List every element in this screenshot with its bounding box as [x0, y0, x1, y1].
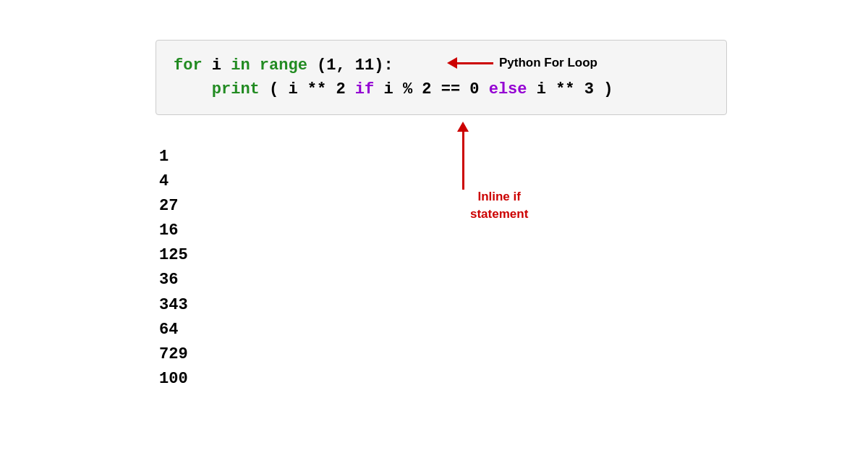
- op-pow2: **: [556, 80, 584, 98]
- arrow-up-line: [462, 132, 464, 190]
- inline-if-arrow: [457, 122, 469, 190]
- var-i: i: [212, 56, 231, 75]
- output-2: 4: [159, 169, 188, 194]
- num-0: 0: [469, 80, 479, 98]
- keyword-else: else: [489, 80, 537, 98]
- op-pow1: **: [307, 80, 336, 98]
- code-line-2: print ( i ** 2 if i % 2 == 0 else i ** 3…: [174, 77, 709, 101]
- keyword-in: in: [231, 56, 250, 75]
- keyword-range: range: [260, 56, 307, 75]
- paren-open: (1, 11):: [317, 56, 393, 75]
- main-container: for i in range (1, 11): print ( i ** 2 i…: [0, 0, 868, 456]
- var-i3: i: [383, 80, 393, 98]
- arrow-left: [447, 57, 493, 69]
- output-10: 100: [159, 367, 188, 392]
- op-mod: %: [403, 80, 422, 98]
- output-5: 125: [159, 243, 188, 268]
- output-section: 1 4 27 16 125 36 343 64 729 100: [159, 145, 188, 392]
- paren-close: ): [603, 80, 613, 98]
- num-3: 3: [584, 80, 594, 98]
- arrow-left-head: [447, 57, 457, 69]
- keyword-if: if: [355, 80, 384, 98]
- var-i4: i: [537, 80, 546, 98]
- arrow-left-line: [457, 62, 493, 64]
- for-loop-label: Python For Loop: [499, 56, 597, 70]
- paren-open2: (: [269, 80, 278, 98]
- for-loop-annotation: Python For Loop: [447, 56, 597, 70]
- op-eq: ==: [441, 80, 470, 98]
- keyword-print: print: [174, 80, 260, 98]
- output-9: 729: [159, 342, 188, 367]
- code-box: for i in range (1, 11): print ( i ** 2 i…: [156, 40, 727, 115]
- var-i2: i: [288, 80, 297, 98]
- inline-if-label: Inline ifstatement: [470, 188, 528, 223]
- num-2: 2: [336, 80, 345, 98]
- output-6: 36: [159, 268, 188, 292]
- output-3: 27: [159, 194, 188, 219]
- num-2b: 2: [422, 80, 431, 98]
- code-line-1: for i in range (1, 11):: [174, 54, 709, 77]
- keyword-for: for: [174, 56, 203, 75]
- output-4: 16: [159, 219, 188, 243]
- output-8: 64: [159, 318, 188, 342]
- arrow-up-head: [457, 122, 469, 132]
- output-7: 343: [159, 293, 188, 318]
- output-1: 1: [159, 145, 188, 169]
